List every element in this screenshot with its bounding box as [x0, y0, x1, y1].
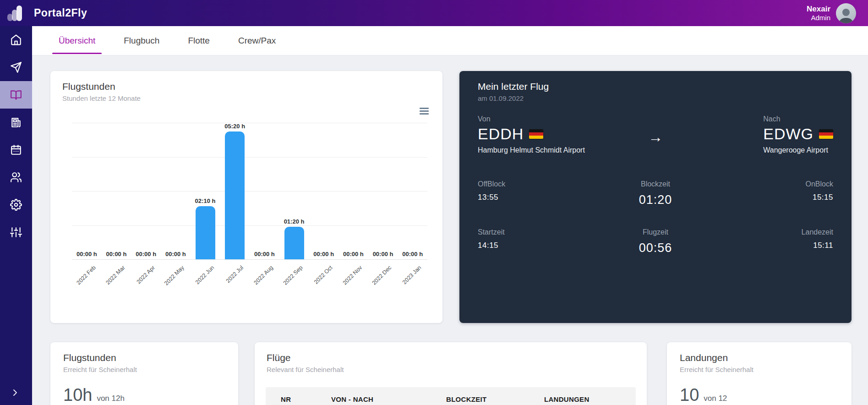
chart-bar[interactable] — [225, 131, 245, 259]
sidebar-item-home[interactable] — [0, 26, 32, 54]
landezeit-value: 15:11 — [715, 241, 833, 250]
app-logo[interactable]: Portal2Fly — [0, 5, 87, 22]
send-icon — [10, 61, 22, 73]
user-role: Admin — [807, 14, 830, 22]
avatar[interactable] — [836, 3, 856, 23]
sidebar-expand-button[interactable] — [7, 385, 23, 400]
chart-column: 00:00 h — [102, 123, 131, 259]
route-from: Von EDDH Hamburg Helmut Schmidt Airport — [478, 115, 648, 154]
bar-value-label: 00:00 h — [313, 251, 334, 257]
flights-table-subtitle: Relevant für Scheinerhalt — [267, 366, 635, 373]
chart-bar[interactable] — [196, 206, 215, 260]
onblock-label: OnBlock — [715, 180, 833, 188]
person-silhouette-icon — [836, 5, 856, 23]
germany-flag-icon — [529, 129, 543, 139]
sidebar-item-crew[interactable] — [0, 164, 32, 191]
x-axis-tick-label: 2022 May — [164, 264, 186, 287]
tab-flugbuch[interactable]: Flugbuch — [117, 26, 166, 55]
bar-value-label: 05:20 h — [224, 123, 245, 130]
home-icon — [10, 34, 22, 46]
hours-stat-value: 10h — [63, 385, 92, 405]
blockzeit-value: 01:20 — [596, 193, 715, 207]
user-menu[interactable]: Nexair Admin — [807, 0, 856, 26]
users-icon — [10, 171, 22, 183]
bar-value-label: 00:00 h — [373, 251, 393, 257]
chart-column: 00:00 h — [72, 123, 102, 259]
bar-value-label: 00:00 h — [402, 251, 423, 257]
last-flight-date: am 01.09.2022 — [478, 94, 833, 102]
column-header-nr: NR — [281, 395, 331, 403]
column-header-landungen: LANDUNGEN — [544, 395, 636, 403]
flights-table-card: Flüge Relevant für Scheinerhalt NR VON -… — [255, 342, 647, 405]
flugzeit-value: 00:56 — [596, 241, 715, 255]
x-axis-tick-label: 2022 Nov — [341, 264, 363, 286]
chart-ticks: 2022 Feb2022 Mar2022 Apr2022 May2022 Jun… — [72, 261, 427, 311]
flight-hours-stat-card: Flugstunden Erreicht für Scheinerhalt 10… — [50, 342, 238, 405]
logo-bars-icon — [5, 5, 27, 22]
sidebar-item-settings[interactable] — [0, 191, 32, 219]
tab-bar: Übersicht Flugbuch Flotte Crew/Pax — [32, 26, 868, 55]
x-axis-tick-label: 2022 Dec — [371, 264, 393, 286]
chart-column: 00:00 h — [368, 123, 398, 259]
bar-value-label: 00:00 h — [254, 251, 275, 257]
column-header-von-nach: VON - NACH — [331, 395, 446, 403]
landings-stat-title: Landungen — [680, 352, 839, 363]
chevron-right-icon — [10, 387, 21, 398]
landezeit-label: Landezeit — [715, 228, 833, 236]
chart-column: 01:20 h — [279, 123, 309, 259]
to-airport-code: EDWG — [763, 125, 813, 143]
chart-menu-icon[interactable] — [420, 108, 429, 115]
landings-stat-card: Landungen Erreicht für Scheinerhalt 10 v… — [667, 342, 852, 405]
arrow-right-icon: → — [648, 130, 663, 144]
bar-value-label: 01:20 h — [284, 218, 305, 225]
newspaper-icon — [10, 116, 22, 128]
hours-stat-title: Flugstunden — [63, 352, 225, 363]
user-name: Nexair — [807, 5, 830, 14]
tab-crew-pax[interactable]: Crew/Pax — [232, 26, 282, 55]
last-flight-title: Mein letzter Flug — [478, 81, 833, 92]
from-airport-code: EDDH — [478, 125, 524, 143]
chart-bar[interactable] — [284, 227, 304, 259]
app-title: Portal2Fly — [34, 7, 87, 19]
x-axis-tick-label: 2022 Oct — [313, 264, 334, 285]
route-arrow-block: → — [648, 115, 663, 154]
x-axis-tick-label: 2022 Feb — [75, 264, 97, 286]
landings-stat-value: 10 — [680, 385, 699, 405]
main-content: Flugstunden Stunden letzte 12 Monate 00:… — [32, 55, 868, 405]
sidebar-item-flights[interactable] — [0, 54, 32, 81]
bar-value-label: 00:00 h — [76, 251, 97, 257]
chart-column: 00:00 h — [131, 123, 161, 259]
x-axis-tick-label: 2022 Sep — [282, 264, 304, 286]
sidebar-item-filters[interactable] — [0, 219, 32, 246]
from-label: Von — [478, 115, 648, 123]
hours-stat-subtitle: Erreicht für Scheinerhalt — [63, 366, 225, 373]
to-label: Nach — [763, 115, 833, 123]
sidebar-item-logbook[interactable] — [0, 81, 32, 109]
tab-uebersicht[interactable]: Übersicht — [52, 26, 102, 55]
gear-icon — [10, 199, 22, 211]
chart-column: 00:00 h — [161, 123, 191, 259]
chart-title: Flugstunden — [62, 81, 431, 92]
block-times-row: OffBlock 13:55 Blockzeit 01:20 OnBlock 1… — [478, 180, 833, 207]
flight-times-row: Startzeit 14:15 Flugzeit 00:56 Landezeit… — [478, 228, 833, 255]
bar-value-label: 02:10 h — [195, 197, 216, 204]
germany-flag-icon — [819, 129, 833, 139]
column-header-blockzeit: BLOCKZEIT — [446, 395, 544, 403]
sidebar-item-calendar[interactable] — [0, 136, 32, 164]
offblock-value: 13:55 — [478, 193, 596, 202]
bar-value-label: 00:00 h — [136, 251, 156, 257]
bar-value-label: 00:00 h — [165, 251, 186, 257]
chart-plot: 00:00 h00:00 h00:00 h00:00 h02:10 h05:20… — [72, 123, 427, 260]
sliders-icon — [10, 226, 22, 238]
x-axis-tick-label: 2022 Jun — [194, 264, 215, 285]
blockzeit-label: Blockzeit — [596, 180, 715, 188]
chart-column: 00:00 h — [338, 123, 368, 259]
tab-flotte[interactable]: Flotte — [181, 26, 216, 55]
sidebar-item-reports[interactable] — [0, 109, 32, 136]
last-flight-card: Mein letzter Flug am 01.09.2022 Von EDDH… — [459, 71, 852, 323]
chart-column: 00:00 h — [309, 123, 338, 259]
flight-hours-chart-card: Flugstunden Stunden letzte 12 Monate 00:… — [50, 71, 442, 323]
chart-column: 00:00 h — [398, 123, 427, 259]
flugzeit-label: Flugzeit — [596, 228, 715, 236]
route-row: Von EDDH Hamburg Helmut Schmidt Airport … — [478, 115, 833, 154]
